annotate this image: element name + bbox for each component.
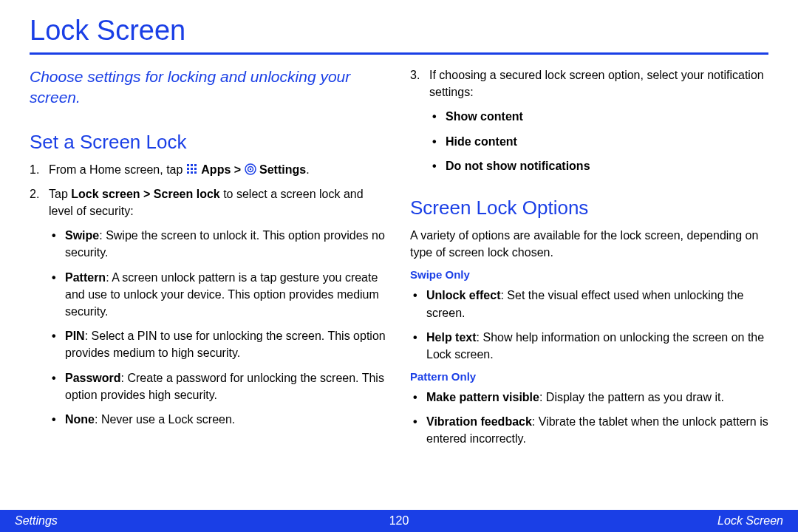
settings-icon [245, 163, 256, 174]
list-item: Swipe: Swipe the screen to unlock it. Th… [65, 227, 388, 261]
list-item: Vibration feedback: Vibrate the tablet w… [426, 413, 768, 447]
text: If choosing a secured lock screen option… [429, 69, 764, 98]
list-item: Pattern: A screen unlock pattern is a ta… [65, 269, 388, 321]
option-name: Swipe [65, 229, 99, 242]
list-item: Hide content [446, 133, 517, 150]
svg-point-11 [249, 168, 250, 169]
bullet-mark: • [432, 133, 446, 150]
text: Tap [49, 188, 71, 200]
option-name: PIN [65, 330, 85, 342]
list-item: Unlock effect: Set the visual effect use… [426, 287, 768, 321]
bullet-mark: • [432, 157, 446, 174]
apps-label: Apps [201, 163, 231, 176]
svg-rect-3 [187, 168, 189, 170]
page-intro: Choose settings for locking and unlockin… [30, 66, 388, 109]
page-title: Lock Screen [30, 15, 768, 55]
bullet-mark: • [413, 413, 426, 447]
step-body: If choosing a secured lock screen option… [429, 66, 768, 182]
bullet-mark: • [52, 327, 65, 361]
svg-rect-2 [194, 164, 197, 166]
option-desc: : Select a PIN to use for unlocking the … [65, 330, 386, 359]
bullet-mark: • [52, 369, 65, 403]
text-bold: Lock screen > Screen lock [71, 188, 219, 200]
option-name: None [65, 413, 95, 426]
step-body: From a Home screen, tap Apps > [49, 161, 388, 178]
right-column: 3. If choosing a secured lock screen opt… [410, 66, 768, 455]
svg-rect-8 [194, 171, 197, 174]
svg-rect-1 [191, 164, 193, 166]
separator: > [234, 163, 245, 176]
list-item: Make pattern visible: Display the patter… [426, 389, 724, 406]
svg-rect-5 [194, 168, 197, 170]
subheading-swipe-only: Swipe Only [410, 268, 768, 281]
svg-rect-7 [191, 171, 193, 174]
list-item: PIN: Select a PIN to use for unlocking t… [65, 327, 388, 361]
option-name: Help text [426, 331, 477, 344]
section-intro: A variety of options are available for t… [410, 227, 768, 261]
option-desc: : Display the pattern as you draw it. [539, 391, 724, 403]
option-name: Vibration feedback [426, 415, 532, 428]
option-name: Unlock effect [426, 289, 500, 301]
bullet-mark: • [52, 269, 65, 321]
step-number: 2. [30, 185, 49, 435]
list-item: Help text: Show help information on unlo… [426, 329, 768, 363]
list-item: Show content [446, 108, 523, 125]
bullet-mark: • [52, 411, 65, 428]
page-footer: Settings 120 Lock Screen [0, 510, 798, 532]
svg-rect-4 [191, 168, 193, 170]
list-item: Do not show notifications [446, 157, 590, 174]
option-name: Make pattern visible [426, 391, 539, 403]
left-column: Choose settings for locking and unlockin… [30, 66, 388, 455]
bullet-mark: • [413, 329, 426, 363]
subheading-pattern-only: Pattern Only [410, 370, 768, 383]
bullet-mark: • [432, 108, 446, 125]
footer-right: Lock Screen [527, 514, 783, 528]
footer-left: Settings [15, 514, 271, 528]
footer-page-number: 120 [271, 514, 528, 528]
text: . [306, 163, 309, 176]
step-number: 1. [30, 161, 49, 178]
text: From a Home screen, tap [49, 163, 186, 176]
heading-screen-lock-options: Screen Lock Options [410, 197, 768, 219]
bullet-mark: • [413, 389, 426, 406]
option-desc: : Never use a Lock screen. [95, 413, 235, 426]
apps-icon [186, 163, 198, 175]
option-desc: : A screen unlock pattern is a tap gestu… [65, 271, 379, 318]
option-desc: : Swipe the screen to unlock it. This op… [65, 229, 385, 259]
svg-rect-0 [187, 164, 189, 166]
bullet-mark: • [52, 227, 65, 261]
list-item: None: Never use a Lock screen. [65, 411, 235, 428]
step-body: Tap Lock screen > Screen lock to select … [49, 185, 388, 435]
svg-rect-6 [187, 171, 189, 174]
list-item: Password: Create a password for unlockin… [65, 369, 388, 403]
heading-set-screen-lock: Set a Screen Lock [30, 131, 388, 154]
option-name: Password [65, 372, 121, 384]
option-name: Pattern [65, 271, 106, 284]
option-desc: : Show help information on unlocking the… [426, 331, 764, 361]
bullet-mark: • [413, 287, 426, 321]
settings-label: Settings [259, 163, 306, 176]
step-number: 3. [410, 66, 429, 182]
